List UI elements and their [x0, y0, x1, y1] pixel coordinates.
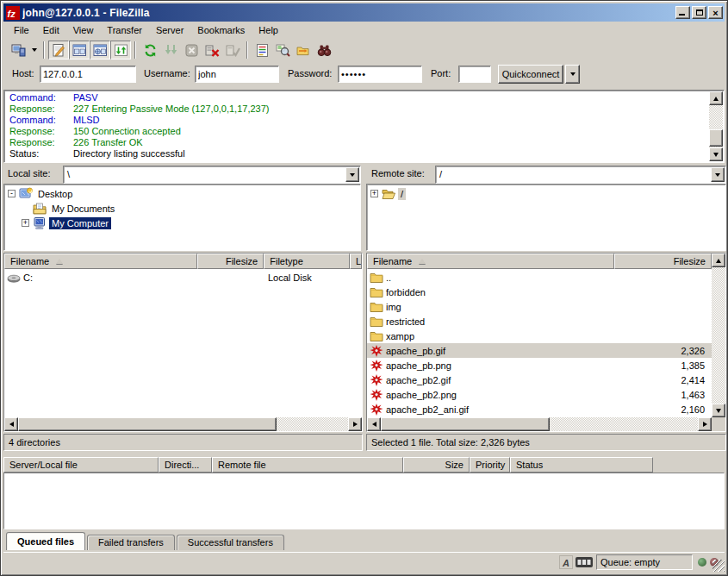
queue-tab[interactable]: Queued files — [6, 532, 85, 550]
quickconnect-button[interactable]: Quickconnect — [498, 65, 563, 84]
log-scrollbar[interactable] — [709, 91, 723, 161]
tree-expander[interactable]: + — [22, 219, 29, 227]
tree-item[interactable]: + / — [370, 186, 725, 201]
site-manager-dropdown-button[interactable] — [28, 41, 40, 59]
scroll-up-button[interactable] — [712, 254, 725, 267]
maximize-button[interactable] — [692, 6, 706, 19]
tree-item-label: / — [398, 188, 406, 200]
reconnect-button[interactable] — [222, 41, 243, 59]
log-line: Status:Directory listing successful — [9, 148, 708, 160]
file-name: forbidden — [386, 287, 426, 297]
file-row[interactable]: C: Local Disk — [4, 270, 362, 285]
queue-column-header[interactable]: Remote file — [212, 457, 403, 473]
minimize-button[interactable] — [675, 6, 690, 19]
toggle-remote-tree-button[interactable] — [90, 41, 110, 59]
queue-column-header[interactable]: Priority — [470, 457, 510, 473]
toggle-local-tree-button[interactable] — [69, 41, 90, 59]
combo-dropdown-button[interactable] — [711, 167, 725, 182]
column-header-filesize[interactable]: Filesize — [197, 254, 264, 269]
menu-item[interactable]: Transfer — [100, 23, 149, 37]
file-row[interactable]: img — [367, 299, 712, 314]
scroll-left-button[interactable] — [4, 417, 18, 431]
remote-site-combo[interactable]: / — [435, 166, 726, 184]
scroll-down-button[interactable] — [712, 404, 725, 417]
queue-column-header[interactable]: Size — [403, 457, 470, 473]
local-horizontal-scrollbar[interactable] — [4, 417, 362, 431]
tree-expander[interactable]: + — [370, 190, 378, 197]
combo-dropdown-button[interactable] — [345, 167, 359, 182]
file-row[interactable]: apache_pb2.png 1,463 — [367, 387, 712, 402]
file-row[interactable]: .. — [367, 270, 712, 285]
file-row[interactable]: restricted — [367, 314, 712, 329]
scrollbar-thumb[interactable] — [381, 417, 550, 431]
menu-item[interactable]: Bookmarks — [190, 23, 252, 37]
file-row[interactable]: forbidden — [367, 285, 712, 299]
cancel-operation-button[interactable] — [181, 41, 202, 59]
menu-item[interactable]: Server — [149, 23, 190, 37]
remote-horizontal-scrollbar[interactable] — [367, 417, 712, 431]
menu-item[interactable]: File — [7, 23, 36, 37]
resize-grip[interactable] — [712, 560, 725, 572]
quickconnect-dropdown-button[interactable] — [565, 65, 580, 84]
file-name: apache_pb.gif — [386, 346, 445, 356]
scroll-right-button[interactable] — [348, 417, 362, 431]
quickconnect-bar: Host: Username: Password: Port: Quickcon… — [3, 61, 725, 87]
disconnect-button[interactable] — [202, 41, 222, 59]
activity-led-green-icon — [698, 558, 706, 567]
scrollbar-thumb[interactable] — [709, 129, 723, 147]
queue-tab[interactable]: Failed transfers — [87, 535, 175, 550]
scroll-down-button[interactable] — [709, 147, 723, 161]
password-input[interactable] — [338, 66, 422, 83]
file-row[interactable]: xampp — [367, 329, 712, 343]
directory-comparison-button[interactable] — [272, 41, 293, 59]
host-input[interactable] — [40, 66, 136, 83]
menu-item[interactable]: Help — [252, 23, 285, 37]
column-header-filename[interactable]: Filename — [4, 254, 197, 269]
scroll-left-button[interactable] — [367, 417, 381, 431]
close-button[interactable]: × — [708, 6, 723, 19]
queue-tab[interactable]: Successful transfers — [177, 535, 284, 550]
toggle-transfer-queue-button[interactable] — [110, 41, 131, 59]
find-files-button[interactable] — [314, 41, 334, 59]
file-row[interactable]: apache_pb2_ani.gif 2,160 — [367, 402, 712, 416]
tree-item[interactable]: My Documents — [8, 201, 360, 216]
file-row[interactable]: apache_pb2.gif 2,414 — [367, 373, 712, 387]
file-icon — [370, 388, 383, 402]
queue-column-header[interactable]: Status — [510, 457, 653, 473]
file-size: 1,463 — [614, 390, 712, 400]
column-header-filetype[interactable]: Filetype — [264, 254, 350, 269]
site-manager-button[interactable] — [8, 41, 28, 59]
scrollbar-thumb[interactable] — [18, 417, 277, 431]
tree-item[interactable]: - Desktop — [8, 186, 360, 201]
file-name: C: — [23, 272, 33, 283]
menu-item[interactable]: View — [66, 23, 101, 37]
port-input[interactable] — [458, 66, 491, 83]
toggle-message-log-button[interactable] — [48, 41, 69, 59]
refresh-button[interactable] — [140, 41, 160, 59]
column-header-truncated[interactable]: L — [350, 254, 362, 269]
file-name: .. — [386, 272, 391, 283]
scroll-up-button[interactable] — [709, 91, 723, 105]
scroll-right-button[interactable] — [698, 417, 712, 431]
remote-vertical-scrollbar[interactable] — [712, 254, 725, 417]
local-site-combo[interactable]: \ — [63, 166, 361, 184]
filter-button[interactable] — [252, 41, 272, 59]
queue-tabbar: Queued filesFailed transfersSuccessful t… — [6, 532, 284, 550]
data-type-indicator-icon[interactable]: A — [559, 555, 573, 569]
speed-limits-icon[interactable] — [576, 557, 593, 567]
synchronized-browsing-button[interactable] — [293, 41, 314, 59]
tree-expander[interactable]: - — [8, 190, 16, 197]
statusbar: A Queue: empty — [3, 552, 725, 573]
username-input[interactable] — [195, 66, 279, 83]
menu-item[interactable]: Edit — [36, 23, 66, 37]
process-queue-button[interactable] — [160, 41, 181, 59]
column-header-filesize[interactable]: Filesize — [614, 254, 712, 269]
queue-column-header[interactable]: Directi... — [159, 457, 212, 473]
queue-column-header[interactable]: Server/Local file — [3, 457, 159, 473]
file-type: Local Disk — [264, 272, 351, 283]
file-row[interactable]: apache_pb.gif 2,326 — [367, 343, 712, 358]
column-header-filename[interactable]: Filename — [367, 254, 614, 269]
file-row[interactable]: apache_pb.png 1,385 — [367, 358, 712, 373]
remote-site-label: Remote site: — [371, 168, 425, 178]
tree-item[interactable]: + My Computer — [8, 216, 360, 230]
